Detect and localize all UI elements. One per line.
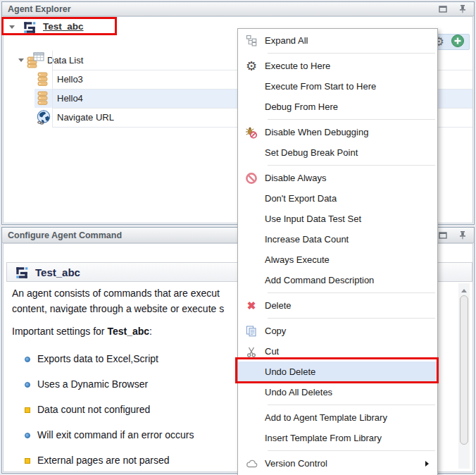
- tree-label-root[interactable]: Test_abc: [43, 21, 84, 32]
- menu-item-insert-template-from-library[interactable]: Insert Template From Library: [238, 428, 437, 448]
- menu-separator: [268, 119, 435, 120]
- scissors-icon: [238, 346, 265, 357]
- menu-separator: [268, 450, 435, 451]
- vertical-scrollbar[interactable]: [458, 283, 470, 469]
- menu-item-label: Execute to Here: [265, 61, 330, 71]
- menu-item-always-execute[interactable]: Always Execute: [238, 249, 437, 270]
- collapse-arrow-icon[interactable]: [18, 58, 24, 62]
- agent-name: Test_abc: [107, 326, 149, 337]
- command-header-label: Test_abc: [35, 263, 80, 282]
- agent-icon: [14, 265, 30, 283]
- submenu-arrow-icon: [425, 461, 429, 467]
- add-green-plus-icon[interactable]: [451, 34, 465, 51]
- setting-text: Exports data to Excel,Script: [37, 353, 158, 364]
- restore-box-icon[interactable]: [439, 231, 447, 239]
- menu-item-label: Copy: [265, 326, 286, 336]
- tree-label-hello3[interactable]: Hello3: [57, 74, 83, 85]
- menu-item-increase-data-count[interactable]: Increase Data Count: [238, 229, 437, 249]
- tree-label-hello4[interactable]: Hello4: [57, 93, 83, 104]
- menu-item-label: Execute From Start to Here: [265, 81, 376, 92]
- setting-item: Exports data to Excel,Script: [25, 353, 158, 367]
- delete-x-icon: ✖: [238, 300, 265, 312]
- panel-title: Agent Explorer: [8, 4, 71, 14]
- yellow-square-icon: [25, 458, 30, 464]
- database-icon: [37, 91, 49, 109]
- menu-item-label: Set Debug Break Point: [265, 147, 358, 158]
- bug-disabled-icon: [238, 126, 265, 139]
- menu-item-label: Cut: [265, 346, 279, 357]
- menu-item-use-input-data-test-set[interactable]: Use Input Data Test Set: [238, 209, 437, 229]
- menu-separator: [268, 405, 435, 405]
- tree-label-navigate-url[interactable]: Navigate URL: [57, 112, 114, 123]
- agent-icon: [22, 20, 37, 38]
- menu-separator: [268, 292, 435, 293]
- restore-box-icon[interactable]: [439, 5, 447, 13]
- menu-item-debug-from-here[interactable]: Debug From Here: [238, 97, 437, 117]
- pin-icon[interactable]: [458, 4, 467, 13]
- menu-item-label: Add Command Description: [265, 275, 374, 285]
- gear-icon: ⚙: [238, 60, 265, 73]
- important-settings-heading: Important settings for Test_abc:: [12, 326, 152, 337]
- menu-item-label: Increase Data Count: [265, 234, 349, 245]
- expand-all-icon: [238, 35, 265, 47]
- blue-dot-icon: [25, 357, 30, 362]
- menu-item-label: Disable Always: [265, 173, 326, 183]
- data-list-icon: [27, 52, 44, 71]
- menu-item-undo-all-deletes[interactable]: Undo All Deletes: [238, 382, 437, 402]
- setting-item: Uses a Dynamic Browser: [25, 378, 148, 393]
- menu-item-label: Use Input Data Test Set: [265, 214, 361, 224]
- menu-item-disable-when-debugging[interactable]: Disable When Debugging: [238, 122, 437, 142]
- menu-item-label: Debug From Here: [265, 101, 338, 112]
- disable-icon: [238, 172, 265, 185]
- menu-separator: [268, 318, 435, 319]
- menu-item-label: Add to Agent Template Library: [265, 412, 387, 423]
- menu-item-delete[interactable]: ✖ Delete: [238, 295, 437, 316]
- menu-item-label: Delete: [265, 300, 292, 311]
- menu-item-undo-delete[interactable]: Undo Delete: [238, 362, 437, 382]
- menu-item-label: Insert Template From Library: [265, 433, 382, 443]
- menu-item-label: Expand All: [265, 35, 308, 46]
- menu-item-copy[interactable]: Copy: [238, 321, 437, 341]
- menu-item-expand-all[interactable]: Expand All: [238, 30, 437, 51]
- menu-item-label: Version Control: [265, 458, 327, 469]
- menu-item-label: Always Execute: [265, 254, 330, 265]
- blue-dot-icon: [25, 382, 30, 388]
- menu-item-add-to-agent-template-library[interactable]: Add to Agent Template Library: [238, 407, 437, 428]
- panel-title: Configure Agent Command: [8, 230, 122, 240]
- menu-item-label: Undo Delete: [265, 366, 315, 377]
- menu-separator: [268, 165, 435, 166]
- yellow-square-icon: [25, 407, 30, 413]
- setting-item: Data count not configured: [25, 404, 150, 418]
- menu-item-add-command-description[interactable]: Add Command Description: [238, 270, 437, 290]
- scroll-up-arrow-icon[interactable]: [461, 289, 467, 292]
- pin-icon[interactable]: [458, 230, 467, 240]
- globe-url-icon: [36, 109, 52, 128]
- cloud-icon: [238, 458, 265, 469]
- menu-item-disable-always[interactable]: Disable Always: [238, 168, 437, 188]
- menu-item-execute-to-here[interactable]: ⚙ Execute to Here: [238, 56, 437, 76]
- collapse-arrow-icon[interactable]: [9, 25, 15, 29]
- menu-separator: [268, 53, 435, 54]
- agent-description-line: content, navigate through a website or e…: [12, 303, 224, 314]
- agent-explorer-titlebar: Agent Explorer: [2, 2, 474, 16]
- menu-item-set-debug-break-point[interactable]: Set Debug Break Point: [238, 142, 437, 163]
- scrollbar-thumb[interactable]: [460, 295, 468, 445]
- setting-text: External pages are not parsed: [37, 455, 170, 466]
- menu-item-label: Don't Export Data: [265, 193, 337, 204]
- setting-text: Will exit command if an error occurs: [37, 429, 194, 440]
- menu-item-version-control[interactable]: Version Control: [238, 453, 437, 474]
- setting-text: Uses a Dynamic Browser: [37, 378, 148, 390]
- menu-item-execute-from-start[interactable]: Execute From Start to Here: [238, 76, 437, 97]
- context-menu: Expand All ⚙ Execute to Here Execute Fro…: [237, 28, 438, 475]
- agent-description-line: An agent consists of commands that are e…: [12, 288, 220, 299]
- setting-item: External pages are not parsed: [25, 455, 170, 469]
- setting-item: Will exit command if an error occurs: [25, 429, 194, 443]
- setting-text: Data count not configured: [37, 404, 150, 415]
- menu-item-cut[interactable]: Cut: [238, 341, 437, 362]
- database-icon: [37, 72, 49, 90]
- blue-dot-icon: [25, 433, 30, 438]
- copy-icon: [238, 326, 265, 337]
- menu-item-label: Disable When Debugging: [265, 127, 368, 137]
- menu-item-dont-export-data[interactable]: Don't Export Data: [238, 188, 437, 209]
- menu-item-label: Undo All Deletes: [265, 387, 332, 397]
